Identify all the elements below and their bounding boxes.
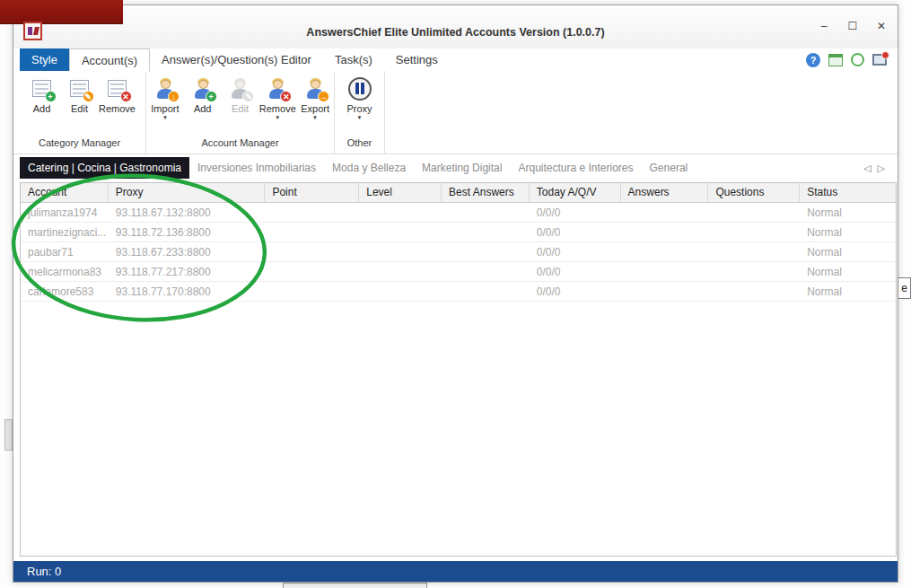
cell-account: melicarmona83 [21,262,109,281]
category-tab-strip: Catering | Cocina | Gastronomia Inversio… [13,154,898,181]
cell-account: paubar71 [21,242,109,261]
table-row[interactable]: carlamore583 93.118.77.170:8800 0/0/0 No… [21,282,896,302]
cell-status: Normal [800,282,896,301]
grid-icon[interactable] [828,54,843,66]
refresh-icon[interactable] [851,53,864,66]
column-header-questions[interactable]: Questions [708,183,800,202]
ribbon-tab-bar: Style Account(s) Answer(s)/Question(s) E… [13,48,898,71]
group-category-manager: + Add ✎ Edit ✕ Remove Category Manager [13,71,146,154]
cell-questions [708,242,800,261]
column-header-proxy[interactable]: Proxy [109,183,266,202]
cell-proxy: 93.118.67.233:8800 [109,242,266,261]
cell-questions [708,203,800,222]
table-row[interactable]: paubar71 93.118.67.233:8800 0/0/0 Normal [21,242,896,262]
background-red-titlebar [0,0,123,24]
minimize-icon[interactable]: – [815,18,833,34]
cell-answers [621,262,709,281]
account-edit-button[interactable]: ✎ Edit [222,75,259,135]
app-icon [23,22,42,40]
tab-accounts[interactable]: Account(s) [69,48,150,72]
cell-proxy: 93.118.77.217:8800 [109,262,266,281]
dropdown-arrow-icon: ▼ [162,115,168,120]
column-header-status[interactable]: Status [800,183,896,202]
column-header-today-aqv[interactable]: Today A/Q/V [530,183,621,202]
cell-level [359,203,442,222]
group-other: Proxy ▼ Other [335,71,385,154]
category-add-button[interactable]: + Add [23,75,61,135]
cell-questions [708,262,800,281]
quick-icons: ? [806,48,898,71]
proxy-button[interactable]: Proxy ▼ [335,75,384,135]
background-window-corner [283,583,427,588]
cell-questions [708,223,800,241]
cell-level [359,242,442,261]
maximize-icon[interactable]: ☐ [844,18,862,34]
ribbon-toolbar: + Add ✎ Edit ✕ Remove Category Manager [13,71,898,154]
account-remove-button[interactable]: ✕ Remove ▼ [258,75,296,135]
cell-account: carlamore583 [21,282,109,301]
cell-answers [621,223,709,241]
table-row[interactable]: julimanza1974 93.118.67.132:8800 0/0/0 N… [21,203,896,223]
cell-status: Normal [800,223,896,241]
cell-proxy: 93.118.77.170:8800 [109,282,266,301]
tooltip-letter: e [901,282,907,294]
category-tab-inversiones[interactable]: Inversiones Inmobiliarias [189,157,324,179]
person-add-icon: + [191,77,215,101]
tab-answers-questions-editor[interactable]: Answer(s)/Question(s) Editor [150,48,323,71]
account-export-button[interactable]: → Export ▼ [296,75,334,135]
table-row[interactable]: martinezignaci... 93.118.72.136:8800 0/0… [21,223,896,242]
cell-best-answers [442,242,530,261]
cell-best-answers [442,282,530,301]
tab-tasks[interactable]: Task(s) [323,48,384,71]
cell-point [265,223,359,241]
cell-point [265,262,359,281]
scroll-left-icon[interactable]: ◁ [863,162,871,174]
title-bar[interactable]: AnswersChief Elite Unlimited Accounts Ve… [13,5,898,48]
cell-best-answers [442,223,530,241]
tab-settings[interactable]: Settings [384,48,450,71]
account-import-button[interactable]: ↓ Import ▼ [146,75,184,135]
cell-status: Normal [800,203,896,222]
cell-today-aqv: 0/0/0 [530,282,621,301]
column-header-point[interactable]: Point [265,183,359,202]
group-label-category-manager: Category Manager [13,135,145,154]
category-tab-arquitectura[interactable]: Arquitectura e Interiores [510,157,641,179]
help-icon[interactable]: ? [806,53,820,67]
group-label-other: Other [335,135,384,154]
cell-today-aqv: 0/0/0 [530,242,621,261]
cell-level [359,262,442,281]
cell-today-aqv: 0/0/0 [530,203,621,222]
table-row[interactable]: melicarmona83 93.118.77.217:8800 0/0/0 N… [21,262,896,282]
column-header-account[interactable]: Account [21,183,109,202]
cell-level [359,223,442,241]
close-icon[interactable]: ✕ [872,18,890,34]
category-tab-moda[interactable]: Moda y Belleza [324,157,414,179]
column-header-answers[interactable]: Answers [621,183,709,202]
dropdown-arrow-icon: ▼ [312,115,318,120]
cell-proxy: 93.118.72.136:8800 [109,223,266,241]
window-title: AnswersChief Elite Unlimited Accounts Ve… [13,26,898,39]
cell-today-aqv: 0/0/0 [530,262,621,281]
column-header-level[interactable]: Level [359,183,442,202]
category-tab-catering[interactable]: Catering | Cocina | Gastronomia [20,157,189,179]
account-add-button[interactable]: + Add [184,75,222,135]
person-export-icon: → [303,77,327,101]
group-account-manager: ↓ Import ▼ + Add ✎ Edit ✕ Remove [146,71,335,154]
person-edit-icon: ✎ [228,77,251,101]
proxy-book-icon [348,77,372,101]
column-header-best-answers[interactable]: Best Answers [442,183,530,202]
cell-best-answers [442,203,530,222]
category-tab-marketing[interactable]: Marketing Digital [414,157,510,179]
scroll-right-icon[interactable]: ▷ [878,162,885,174]
tab-style[interactable]: Style [20,48,69,71]
category-edit-button[interactable]: ✎ Edit [61,75,99,135]
list-edit-icon: ✎ [68,77,92,101]
cell-answers [621,203,709,222]
cell-status: Normal [800,242,896,261]
list-add-icon: + [31,77,54,101]
category-remove-button[interactable]: ✕ Remove [99,75,136,135]
table-header: Account Proxy Point Level Best Answers T… [21,183,896,203]
monitor-red-dot-icon[interactable] [872,54,887,66]
category-tab-general[interactable]: General [642,157,696,179]
cell-account: julimanza1974 [21,203,109,222]
